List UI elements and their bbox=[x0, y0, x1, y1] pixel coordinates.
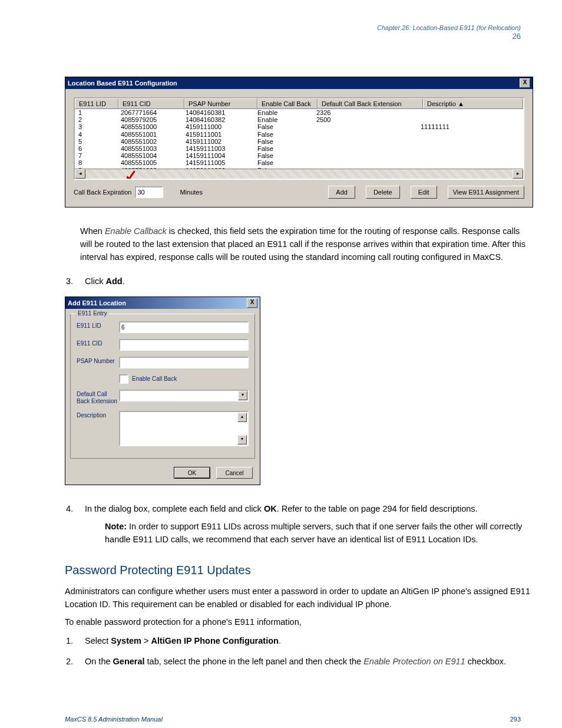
group-legend: E911 Entry bbox=[75, 310, 109, 317]
window-title: Add E911 Location bbox=[68, 299, 126, 307]
col-psap[interactable]: PSAP Number bbox=[184, 98, 257, 108]
table-row[interactable]: 6408555100314159111003False bbox=[75, 145, 523, 152]
horizontal-scrollbar[interactable]: ◂ ▸ bbox=[75, 169, 523, 179]
titlebar: Add E911 Location X bbox=[65, 297, 260, 309]
expiration-input[interactable] bbox=[135, 186, 163, 198]
e911-config-window: Location Based E911 Configuration X E911… bbox=[65, 77, 533, 207]
scroll-left-icon[interactable]: ◂ bbox=[75, 169, 85, 179]
pw-step-1: 1. Select System > AltiGen IP Phone Conf… bbox=[66, 635, 525, 648]
psap-input[interactable] bbox=[119, 357, 249, 368]
chevron-down-icon[interactable]: ▾ bbox=[238, 391, 247, 400]
psap-label: PSAP Number bbox=[77, 357, 119, 364]
footer-page-number: 293 bbox=[510, 716, 521, 723]
add-button[interactable]: Add bbox=[328, 186, 355, 199]
checkbox-icon[interactable] bbox=[119, 374, 128, 384]
footer-title: MaxCS 8.5 Administration Manual bbox=[65, 716, 163, 723]
cid-input[interactable] bbox=[119, 339, 249, 351]
lid-input[interactable] bbox=[119, 321, 249, 333]
close-icon[interactable]: X bbox=[247, 298, 257, 308]
default-ext-label: Default Call Back Extension bbox=[77, 390, 119, 405]
scroll-right-icon[interactable]: ▸ bbox=[513, 169, 523, 179]
table-row[interactable]: 8408555100514159111005False bbox=[75, 159, 523, 166]
e911-entry-group: E911 Entry E911 LID E911 CID PSAP Number… bbox=[70, 314, 255, 459]
step-number: 3. bbox=[66, 275, 74, 288]
delete-button[interactable]: Delete bbox=[366, 186, 400, 199]
cancel-button[interactable]: Cancel bbox=[216, 467, 253, 479]
cid-label: E911 CID bbox=[77, 339, 119, 347]
table-row[interactable]: 2408597920514084160382Enable2500 bbox=[75, 116, 523, 123]
scroll-down-icon[interactable]: ▾ bbox=[237, 435, 247, 444]
table-row[interactable]: 540855510024159111002False bbox=[75, 138, 523, 145]
close-icon[interactable]: X bbox=[520, 78, 530, 88]
col-default-ext[interactable]: Default Call Back Extension bbox=[318, 98, 423, 108]
col-lid[interactable]: E911 LID bbox=[75, 98, 118, 108]
callback-explanation: When Enable Callback is checked, this fi… bbox=[80, 225, 528, 263]
enable-callback-checkbox-wrap[interactable]: Enable Call Back bbox=[119, 374, 177, 384]
sort-icon: ▲ bbox=[458, 100, 464, 107]
view-assignment-button[interactable]: View E911 Assignment bbox=[448, 186, 524, 199]
step-number: 4. bbox=[66, 503, 74, 546]
chapter-number: 26 bbox=[513, 32, 521, 41]
step-number: 2. bbox=[66, 655, 74, 668]
enable-callback-term: Enable Callback bbox=[105, 226, 167, 236]
bottom-bar: Call Back Expiration Minutes Add Delete … bbox=[74, 180, 524, 199]
step-number: 1. bbox=[66, 635, 74, 648]
window-title: Location Based E911 Configuration bbox=[68, 80, 177, 87]
description-textarea[interactable]: ▴ ▾ bbox=[119, 411, 249, 446]
section-heading: Password Protecting E911 Updates bbox=[65, 564, 527, 577]
section-p1: Administrators can configure whether use… bbox=[65, 585, 536, 611]
chapter-label: Chapter 26: Location-Based E911 (for Rel… bbox=[377, 24, 521, 31]
step-4-note: Note: In order to support E911 LIDs acro… bbox=[105, 521, 525, 546]
col-description[interactable]: Descriptio ▲ bbox=[423, 98, 523, 108]
table-row[interactable]: 440855510014159111001False bbox=[75, 131, 523, 138]
lid-label: E911 LID bbox=[77, 321, 119, 329]
col-enable-callback[interactable]: Enable Call Back bbox=[257, 98, 318, 108]
page-footer: MaxCS 8.5 Administration Manual 293 bbox=[35, 716, 527, 723]
scroll-up-icon[interactable]: ▴ bbox=[237, 413, 247, 422]
step-4: 4. In the dialog box, complete each fiel… bbox=[66, 503, 525, 546]
chapter-header: Chapter 26: Location-Based E911 (for Rel… bbox=[377, 24, 521, 42]
listview-header: E911 LID E911 CID PSAP Number Enable Cal… bbox=[75, 98, 523, 109]
table-row[interactable]: 340855510004159111000False11111111 bbox=[75, 123, 523, 130]
table-row[interactable]: 1206777166414084160381Enable2326 bbox=[75, 109, 523, 116]
e911-listview[interactable]: E911 LID E911 CID PSAP Number Enable Cal… bbox=[74, 97, 524, 180]
description-label: Description bbox=[77, 411, 119, 419]
titlebar: Location Based E911 Configuration X bbox=[65, 77, 533, 89]
expiration-label: Call Back Expiration bbox=[74, 189, 131, 196]
table-row[interactable]: 7408555100414159111004False bbox=[75, 152, 523, 159]
pw-step-2: 2. On the General tab, select the phone … bbox=[66, 655, 525, 668]
col-cid[interactable]: E911 CID bbox=[118, 98, 184, 108]
default-ext-combo[interactable]: ▾ bbox=[119, 390, 249, 401]
minutes-label: Minutes bbox=[180, 189, 203, 196]
enable-callback-label: Enable Call Back bbox=[132, 375, 177, 382]
edit-button[interactable]: Edit bbox=[411, 186, 437, 199]
ok-button[interactable]: OK bbox=[174, 467, 210, 479]
step-3: 3. Click Add. bbox=[66, 275, 525, 288]
scroll-track[interactable] bbox=[85, 169, 513, 179]
add-e911-location-window: Add E911 Location X E911 Entry E911 LID … bbox=[65, 297, 260, 485]
section-p2: To enable password protection for a phon… bbox=[65, 616, 536, 629]
